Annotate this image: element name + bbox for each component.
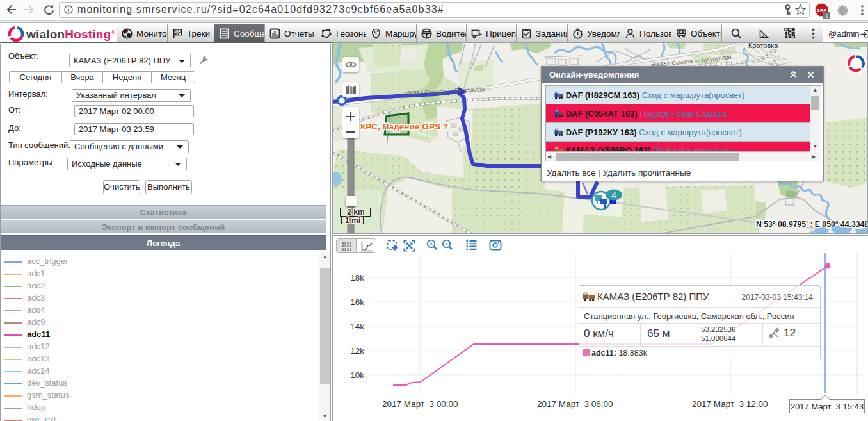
svg-text:4: 4	[611, 190, 616, 200]
svg-text:КРС, Падение GPS ?: КРС, Падение GPS ?	[360, 122, 448, 131]
svg-text:1 mi: 1 mi	[345, 216, 360, 225]
svg-text:Кротовка: Кротовка	[748, 43, 778, 49]
svg-text:N 53° 08.9795' : E 050° 44.334: N 53° 08.9795' : E 050° 44.3348	[756, 220, 868, 229]
svg-text:1: 1	[825, 13, 828, 19]
svg-text:2 km: 2 km	[347, 208, 364, 217]
